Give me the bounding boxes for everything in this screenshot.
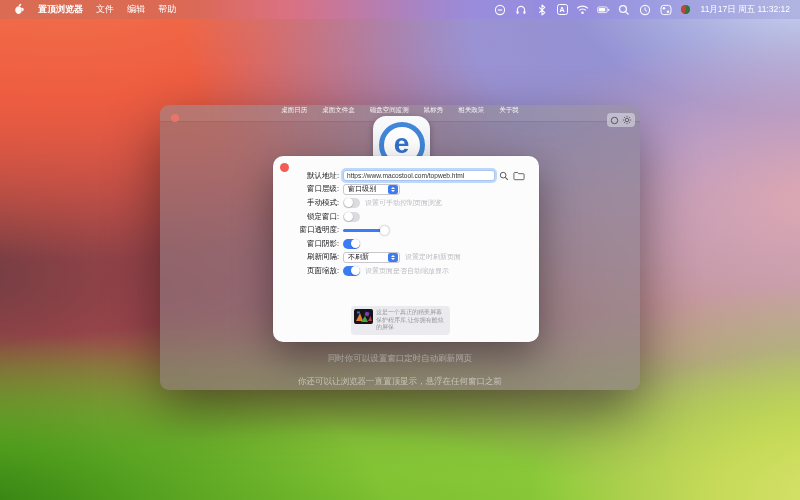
- stepper-icon: [388, 253, 398, 262]
- headphones-icon[interactable]: [515, 3, 528, 17]
- titlebar-tab-policy[interactable]: 相关政策: [458, 106, 484, 115]
- row-refresh-interval: 刷新间隔: 不刷新 设置定时刷新页面: [273, 251, 539, 265]
- titlebar-tab-mouse-show[interactable]: 鼠标秀: [424, 106, 444, 115]
- row-page-zoom: 页面缩放: 设置页面是否自动缩放显示: [273, 264, 539, 278]
- app-icon-letter: e: [394, 130, 410, 158]
- menu-app-name[interactable]: 置顶浏览器: [38, 3, 83, 16]
- lock-window-label: 锁定窗口:: [273, 212, 339, 222]
- screensaver-thumbnail-icon: [354, 309, 373, 324]
- slider-thumb[interactable]: [380, 226, 389, 235]
- menu-bar-left: 置顶浏览器 文件 编辑 帮助: [12, 3, 176, 17]
- window-opacity-slider[interactable]: [343, 225, 387, 235]
- window-level-label: 窗口层级:: [273, 184, 339, 194]
- settings-dialog: 默认地址: 窗口层级: 窗口级别 手动模式: 设置可手动控制页: [273, 156, 539, 342]
- refresh-interval-select[interactable]: 不刷新: [343, 252, 400, 263]
- menu-item-help[interactable]: 帮助: [158, 3, 176, 16]
- spotlight-icon[interactable]: [618, 3, 631, 17]
- gear-icon[interactable]: [622, 115, 632, 125]
- menu-item-file[interactable]: 文件: [96, 3, 114, 16]
- wifi-icon[interactable]: [576, 3, 589, 17]
- menu-bar-status-area: A 11月17日 周五 11:32:12: [494, 3, 790, 17]
- title-bar-tabs: 桌面日历 桌面文件盒 磁盘空间监测 鼠标秀 相关政策 关于我: [160, 106, 640, 115]
- titlebar-tab-disk-space[interactable]: 磁盘空间监测: [370, 106, 409, 115]
- page-zoom-label: 页面缩放:: [273, 266, 339, 276]
- desktop: 置顶浏览器 文件 编辑 帮助 A: [0, 0, 800, 500]
- row-window-level: 窗口层级: 窗口级别: [273, 183, 539, 197]
- manual-mode-label: 手动模式:: [273, 198, 339, 208]
- apple-logo-icon[interactable]: [12, 3, 25, 17]
- manual-mode-toggle[interactable]: [343, 198, 360, 208]
- refresh-interval-hint: 设置定时刷新页面: [405, 252, 461, 262]
- row-manual-mode: 手动模式: 设置可手动控制页面浏览: [273, 196, 539, 210]
- refresh-icon[interactable]: [610, 116, 619, 125]
- window-toolbar: [607, 113, 635, 127]
- default-address-input[interactable]: [343, 170, 495, 181]
- window-shadow-label: 窗口阴影:: [273, 239, 339, 249]
- input-source-letter: A: [560, 6, 565, 13]
- stepper-icon: [388, 185, 398, 194]
- folder-icon[interactable]: [513, 171, 525, 181]
- screensaver-promo[interactable]: 这是一个真正的精美屏幕保护程序库,让你拥有酷炫的屏保: [351, 306, 450, 335]
- screensaver-promo-text: 这是一个真正的精美屏幕保护程序库,让你拥有酷炫的屏保: [376, 309, 447, 332]
- search-icon[interactable]: [499, 171, 509, 181]
- menu-bar: 置顶浏览器 文件 编辑 帮助 A: [0, 0, 800, 19]
- titlebar-tab-desktop-filebox[interactable]: 桌面文件盒: [322, 106, 355, 115]
- default-address-label: 默认地址:: [273, 171, 339, 181]
- row-lock-window: 锁定窗口:: [273, 210, 539, 224]
- refresh-interval-label: 刷新间隔:: [273, 252, 339, 262]
- battery-icon[interactable]: [597, 3, 610, 17]
- page-zoom-hint: 设置页面是否自动缩放显示: [365, 266, 449, 276]
- refresh-interval-value: 不刷新: [348, 252, 369, 262]
- clock-icon[interactable]: [639, 3, 652, 17]
- window-shadow-toggle[interactable]: [343, 239, 360, 249]
- window-opacity-label: 窗口透明度:: [273, 225, 339, 235]
- page-zoom-toggle[interactable]: [343, 266, 360, 276]
- menu-bar-clock[interactable]: 11月17日 周五 11:32:12: [701, 4, 790, 16]
- settings-rows: 默认地址: 窗口层级: 窗口级别 手动模式: 设置可手动控制页: [273, 169, 539, 278]
- window-level-select[interactable]: 窗口级别: [343, 184, 400, 195]
- row-window-shadow: 窗口阴影:: [273, 237, 539, 251]
- window-level-value: 窗口级别: [348, 184, 376, 194]
- app-badge-icon[interactable]: [681, 5, 690, 14]
- bluetooth-icon[interactable]: [536, 3, 549, 17]
- window-close-button[interactable]: [171, 114, 179, 122]
- lock-window-toggle[interactable]: [343, 212, 360, 222]
- row-window-opacity: 窗口透明度:: [273, 223, 539, 237]
- titlebar-tab-desktop-calendar[interactable]: 桌面日历: [281, 106, 307, 115]
- row-default-address: 默认地址:: [273, 169, 539, 183]
- control-center-icon[interactable]: [660, 3, 673, 17]
- window-hint-refresh: 同时你可以设置窗口定时自动刷新网页: [160, 353, 640, 365]
- input-source-icon[interactable]: A: [557, 4, 568, 15]
- window-hint-topmost: 你还可以让浏览器一直置顶显示，悬浮在任何窗口之前: [160, 376, 640, 388]
- focus-icon[interactable]: [494, 3, 507, 17]
- titlebar-tab-about[interactable]: 关于我: [499, 106, 519, 115]
- menu-item-edit[interactable]: 编辑: [127, 3, 145, 16]
- manual-mode-hint: 设置可手动控制页面浏览: [365, 198, 442, 208]
